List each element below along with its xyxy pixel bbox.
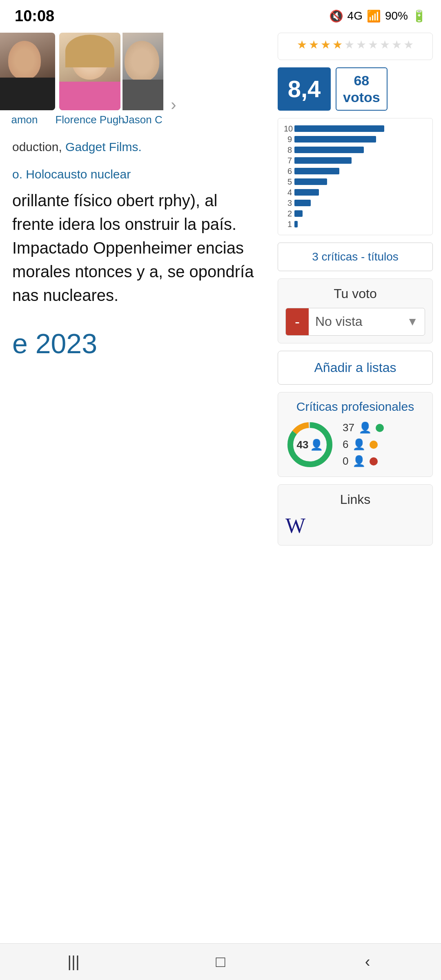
- florence-clothes: [59, 82, 120, 110]
- star-10: ★: [403, 38, 414, 51]
- cast-next-arrow[interactable]: ›: [163, 96, 184, 126]
- criticas-legend: 37 👤 6 👤 0 👤: [343, 421, 384, 468]
- tu-voto-card: Tu voto - No vista ▼: [278, 278, 433, 343]
- production-prefix: oduction,: [12, 140, 62, 154]
- cast-item-jason[interactable]: Jason C: [122, 33, 163, 126]
- status-time: 10:08: [15, 7, 54, 25]
- legend-count-yellow: 6: [343, 438, 348, 451]
- voto-remove-button[interactable]: -: [286, 308, 309, 335]
- criticas-card: Críticas profesionales 43 👤: [278, 392, 433, 477]
- bar-track: [294, 168, 339, 174]
- signal-bars-icon: 📶: [367, 9, 381, 23]
- bar-label: 8: [284, 145, 292, 155]
- production-info: oduction, Gadget Films.: [0, 130, 270, 163]
- cast-photo-florence: [59, 33, 120, 110]
- status-icons: 🔇 4G 📶 90% 🔋: [329, 9, 426, 23]
- wikipedia-link[interactable]: W: [285, 514, 305, 537]
- voto-status-text: No vista: [309, 309, 400, 334]
- bar-row: 9: [284, 135, 427, 144]
- criticas-content: 43 👤 37 👤 6 👤: [285, 420, 425, 469]
- florence-hair: [65, 35, 114, 67]
- star-3: ★: [321, 38, 331, 51]
- left-column: amon Florence Pugh Jason C: [0, 29, 270, 968]
- score-main: 8,4: [278, 67, 331, 111]
- cast-item-florence[interactable]: Florence Pugh: [57, 33, 122, 126]
- bar-track: [294, 221, 298, 227]
- mute-icon: 🔇: [329, 9, 343, 23]
- votes-label: votos: [343, 89, 380, 106]
- bar-row: 7: [284, 156, 427, 165]
- network-icon: 4G: [347, 9, 363, 22]
- year-section: e 2023: [0, 315, 270, 368]
- legend-red: 0 👤: [343, 455, 384, 468]
- star-1: ★: [297, 38, 307, 51]
- bar-row: 10: [284, 124, 427, 134]
- bar-chart-container: 10987654321: [278, 118, 433, 235]
- votes-count: 68: [354, 72, 369, 89]
- legend-yellow: 6 👤: [343, 438, 384, 451]
- star-8: ★: [380, 38, 390, 51]
- legend-dot-green: [376, 424, 384, 432]
- nav-back-button[interactable]: ‹: [351, 950, 384, 974]
- legend-person-icon-red: 👤: [352, 455, 365, 468]
- voto-dropdown-arrow[interactable]: ▼: [400, 310, 425, 333]
- stars-container: ★ ★ ★ ★ ★ ★ ★ ★ ★ ★: [278, 33, 433, 60]
- legend-person-icon-yellow: 👤: [352, 438, 365, 451]
- bar-row: 2: [284, 209, 427, 218]
- bar-row: 1: [284, 220, 427, 229]
- bar-track: [294, 200, 311, 206]
- bar-track: [294, 189, 319, 196]
- criticas-title: Críticas profesionales: [285, 400, 425, 414]
- legend-count-green: 37: [343, 421, 354, 434]
- status-bar: 10:08 🔇 4G 📶 90% 🔋: [0, 0, 441, 29]
- bar-label: 10: [284, 124, 292, 134]
- year-text: e 2023: [12, 327, 257, 359]
- legend-green: 37 👤: [343, 421, 384, 434]
- cast-name-matt: amon: [11, 114, 38, 126]
- star-4: ★: [332, 38, 343, 51]
- bar-label: 6: [284, 167, 292, 176]
- score-votes: 68 votos: [336, 67, 388, 111]
- photo-florence-img: [59, 33, 120, 110]
- star-7: ★: [368, 38, 378, 51]
- legend-dot-red: [370, 457, 378, 466]
- star-6: ★: [356, 38, 366, 51]
- nav-bar: ||| □ ‹: [0, 943, 441, 980]
- donut-person-icon: 👤: [310, 438, 323, 451]
- cast-photo-jason: [122, 33, 163, 110]
- voto-selector[interactable]: - No vista ▼: [285, 308, 425, 336]
- bar-label: 7: [284, 156, 292, 165]
- bar-label: 9: [284, 135, 292, 144]
- donut-count: 43: [297, 438, 309, 451]
- bar-track: [294, 125, 384, 132]
- star-5: ★: [344, 38, 354, 51]
- nav-menu-button[interactable]: |||: [57, 950, 90, 974]
- critics-link-button[interactable]: 3 críticas - títulos: [278, 243, 433, 271]
- bar-row: 5: [284, 177, 427, 187]
- stars-row: ★ ★ ★ ★ ★ ★ ★ ★ ★ ★: [285, 38, 426, 51]
- cast-name-jason: Jason C: [123, 114, 162, 126]
- score-box: 8,4 68 votos: [278, 67, 433, 111]
- main-content: amon Florence Pugh Jason C: [0, 29, 441, 968]
- nav-home-button[interactable]: □: [204, 950, 237, 974]
- donut-center-text: 43 👤: [297, 438, 323, 451]
- photo-jason-img: [122, 33, 163, 110]
- legend-dot-yellow: [370, 441, 378, 449]
- description-section: o. Holocausto nuclear orillante físico o…: [0, 163, 270, 315]
- bar-track: [294, 178, 327, 185]
- links-title: Links: [285, 492, 425, 507]
- battery-icon: 🔋: [412, 9, 426, 23]
- gadget-films-link[interactable]: Gadget Films.: [65, 140, 142, 154]
- bar-label: 2: [284, 209, 292, 218]
- photo-matt-img: [0, 33, 55, 110]
- tu-voto-title: Tu voto: [285, 286, 425, 301]
- bar-chart: 10987654321: [284, 124, 427, 229]
- bar-track: [294, 157, 352, 164]
- cast-name-florence: Florence Pugh: [55, 114, 124, 126]
- bar-track: [294, 210, 303, 217]
- cast-row: amon Florence Pugh Jason C: [0, 29, 270, 130]
- star-2: ★: [309, 38, 319, 51]
- bar-label: 1: [284, 220, 292, 229]
- add-to-list-button[interactable]: Añadir a listas: [278, 351, 433, 385]
- cast-item-matt[interactable]: amon: [0, 33, 57, 126]
